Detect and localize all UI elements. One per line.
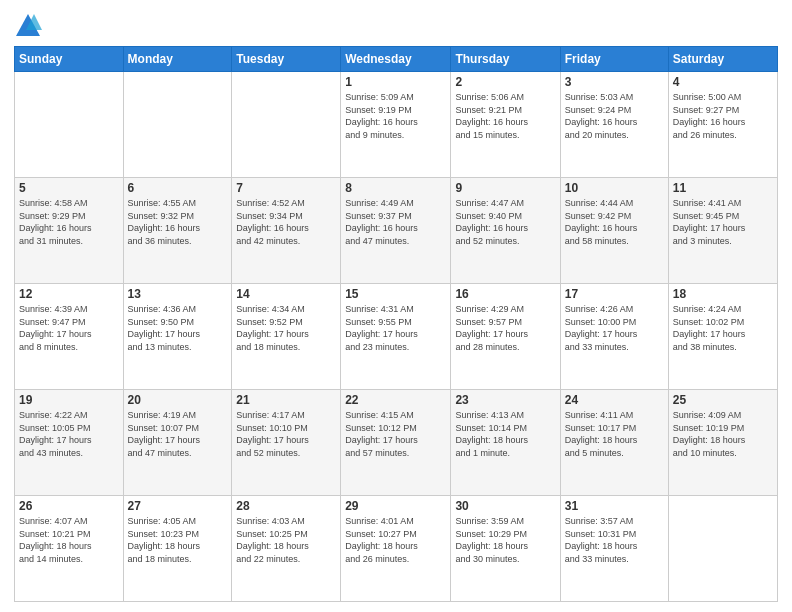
day-info: Sunrise: 4:44 AM Sunset: 9:42 PM Dayligh… bbox=[565, 197, 664, 247]
header-cell-monday: Monday bbox=[123, 47, 232, 72]
day-info: Sunrise: 4:49 AM Sunset: 9:37 PM Dayligh… bbox=[345, 197, 446, 247]
day-number: 6 bbox=[128, 181, 228, 195]
day-number: 2 bbox=[455, 75, 555, 89]
calendar-cell: 18Sunrise: 4:24 AM Sunset: 10:02 PM Dayl… bbox=[668, 284, 777, 390]
calendar-cell: 20Sunrise: 4:19 AM Sunset: 10:07 PM Dayl… bbox=[123, 390, 232, 496]
day-number: 11 bbox=[673, 181, 773, 195]
calendar-table: SundayMondayTuesdayWednesdayThursdayFrid… bbox=[14, 46, 778, 602]
day-number: 21 bbox=[236, 393, 336, 407]
day-info: Sunrise: 3:59 AM Sunset: 10:29 PM Daylig… bbox=[455, 515, 555, 565]
day-number: 18 bbox=[673, 287, 773, 301]
day-info: Sunrise: 4:55 AM Sunset: 9:32 PM Dayligh… bbox=[128, 197, 228, 247]
calendar-cell: 5Sunrise: 4:58 AM Sunset: 9:29 PM Daylig… bbox=[15, 178, 124, 284]
header-cell-saturday: Saturday bbox=[668, 47, 777, 72]
day-number: 7 bbox=[236, 181, 336, 195]
day-info: Sunrise: 4:31 AM Sunset: 9:55 PM Dayligh… bbox=[345, 303, 446, 353]
day-number: 19 bbox=[19, 393, 119, 407]
day-number: 20 bbox=[128, 393, 228, 407]
calendar-cell: 27Sunrise: 4:05 AM Sunset: 10:23 PM Dayl… bbox=[123, 496, 232, 602]
day-number: 25 bbox=[673, 393, 773, 407]
day-info: Sunrise: 4:24 AM Sunset: 10:02 PM Daylig… bbox=[673, 303, 773, 353]
calendar-cell: 24Sunrise: 4:11 AM Sunset: 10:17 PM Dayl… bbox=[560, 390, 668, 496]
calendar-cell: 3Sunrise: 5:03 AM Sunset: 9:24 PM Daylig… bbox=[560, 72, 668, 178]
calendar-cell: 21Sunrise: 4:17 AM Sunset: 10:10 PM Dayl… bbox=[232, 390, 341, 496]
day-info: Sunrise: 4:41 AM Sunset: 9:45 PM Dayligh… bbox=[673, 197, 773, 247]
day-info: Sunrise: 4:29 AM Sunset: 9:57 PM Dayligh… bbox=[455, 303, 555, 353]
calendar-cell: 28Sunrise: 4:03 AM Sunset: 10:25 PM Dayl… bbox=[232, 496, 341, 602]
day-info: Sunrise: 4:05 AM Sunset: 10:23 PM Daylig… bbox=[128, 515, 228, 565]
calendar-cell: 4Sunrise: 5:00 AM Sunset: 9:27 PM Daylig… bbox=[668, 72, 777, 178]
day-number: 12 bbox=[19, 287, 119, 301]
day-number: 4 bbox=[673, 75, 773, 89]
week-row-3: 19Sunrise: 4:22 AM Sunset: 10:05 PM Dayl… bbox=[15, 390, 778, 496]
day-info: Sunrise: 4:34 AM Sunset: 9:52 PM Dayligh… bbox=[236, 303, 336, 353]
day-info: Sunrise: 4:47 AM Sunset: 9:40 PM Dayligh… bbox=[455, 197, 555, 247]
day-number: 22 bbox=[345, 393, 446, 407]
week-row-0: 1Sunrise: 5:09 AM Sunset: 9:19 PM Daylig… bbox=[15, 72, 778, 178]
day-info: Sunrise: 4:07 AM Sunset: 10:21 PM Daylig… bbox=[19, 515, 119, 565]
day-number: 9 bbox=[455, 181, 555, 195]
calendar-cell: 14Sunrise: 4:34 AM Sunset: 9:52 PM Dayli… bbox=[232, 284, 341, 390]
day-info: Sunrise: 4:52 AM Sunset: 9:34 PM Dayligh… bbox=[236, 197, 336, 247]
calendar-cell: 30Sunrise: 3:59 AM Sunset: 10:29 PM Dayl… bbox=[451, 496, 560, 602]
day-number: 5 bbox=[19, 181, 119, 195]
calendar-cell bbox=[123, 72, 232, 178]
day-info: Sunrise: 4:01 AM Sunset: 10:27 PM Daylig… bbox=[345, 515, 446, 565]
header-row: SundayMondayTuesdayWednesdayThursdayFrid… bbox=[15, 47, 778, 72]
day-number: 14 bbox=[236, 287, 336, 301]
day-info: Sunrise: 4:26 AM Sunset: 10:00 PM Daylig… bbox=[565, 303, 664, 353]
calendar-cell: 17Sunrise: 4:26 AM Sunset: 10:00 PM Dayl… bbox=[560, 284, 668, 390]
calendar-cell: 11Sunrise: 4:41 AM Sunset: 9:45 PM Dayli… bbox=[668, 178, 777, 284]
calendar-cell: 23Sunrise: 4:13 AM Sunset: 10:14 PM Dayl… bbox=[451, 390, 560, 496]
header-cell-tuesday: Tuesday bbox=[232, 47, 341, 72]
calendar-cell: 31Sunrise: 3:57 AM Sunset: 10:31 PM Dayl… bbox=[560, 496, 668, 602]
calendar-cell bbox=[15, 72, 124, 178]
day-info: Sunrise: 5:03 AM Sunset: 9:24 PM Dayligh… bbox=[565, 91, 664, 141]
calendar-cell: 9Sunrise: 4:47 AM Sunset: 9:40 PM Daylig… bbox=[451, 178, 560, 284]
day-number: 23 bbox=[455, 393, 555, 407]
day-info: Sunrise: 5:09 AM Sunset: 9:19 PM Dayligh… bbox=[345, 91, 446, 141]
calendar-cell: 22Sunrise: 4:15 AM Sunset: 10:12 PM Dayl… bbox=[341, 390, 451, 496]
header-cell-thursday: Thursday bbox=[451, 47, 560, 72]
day-number: 28 bbox=[236, 499, 336, 513]
calendar-cell: 2Sunrise: 5:06 AM Sunset: 9:21 PM Daylig… bbox=[451, 72, 560, 178]
day-number: 27 bbox=[128, 499, 228, 513]
day-info: Sunrise: 4:22 AM Sunset: 10:05 PM Daylig… bbox=[19, 409, 119, 459]
calendar-cell: 15Sunrise: 4:31 AM Sunset: 9:55 PM Dayli… bbox=[341, 284, 451, 390]
day-info: Sunrise: 4:58 AM Sunset: 9:29 PM Dayligh… bbox=[19, 197, 119, 247]
calendar-cell: 19Sunrise: 4:22 AM Sunset: 10:05 PM Dayl… bbox=[15, 390, 124, 496]
day-number: 15 bbox=[345, 287, 446, 301]
calendar-cell: 12Sunrise: 4:39 AM Sunset: 9:47 PM Dayli… bbox=[15, 284, 124, 390]
header-cell-friday: Friday bbox=[560, 47, 668, 72]
day-info: Sunrise: 5:06 AM Sunset: 9:21 PM Dayligh… bbox=[455, 91, 555, 141]
day-info: Sunrise: 4:39 AM Sunset: 9:47 PM Dayligh… bbox=[19, 303, 119, 353]
day-number: 10 bbox=[565, 181, 664, 195]
day-number: 29 bbox=[345, 499, 446, 513]
calendar-cell bbox=[668, 496, 777, 602]
calendar-cell: 8Sunrise: 4:49 AM Sunset: 9:37 PM Daylig… bbox=[341, 178, 451, 284]
page: SundayMondayTuesdayWednesdayThursdayFrid… bbox=[0, 0, 792, 612]
calendar-cell: 25Sunrise: 4:09 AM Sunset: 10:19 PM Dayl… bbox=[668, 390, 777, 496]
day-number: 8 bbox=[345, 181, 446, 195]
day-info: Sunrise: 4:11 AM Sunset: 10:17 PM Daylig… bbox=[565, 409, 664, 459]
logo-icon bbox=[14, 12, 42, 40]
day-number: 24 bbox=[565, 393, 664, 407]
header bbox=[14, 10, 778, 40]
header-cell-sunday: Sunday bbox=[15, 47, 124, 72]
calendar-cell bbox=[232, 72, 341, 178]
calendar-cell: 26Sunrise: 4:07 AM Sunset: 10:21 PM Dayl… bbox=[15, 496, 124, 602]
day-number: 17 bbox=[565, 287, 664, 301]
day-info: Sunrise: 3:57 AM Sunset: 10:31 PM Daylig… bbox=[565, 515, 664, 565]
calendar-header: SundayMondayTuesdayWednesdayThursdayFrid… bbox=[15, 47, 778, 72]
header-cell-wednesday: Wednesday bbox=[341, 47, 451, 72]
day-number: 3 bbox=[565, 75, 664, 89]
day-number: 13 bbox=[128, 287, 228, 301]
day-info: Sunrise: 4:03 AM Sunset: 10:25 PM Daylig… bbox=[236, 515, 336, 565]
day-number: 31 bbox=[565, 499, 664, 513]
calendar-body: 1Sunrise: 5:09 AM Sunset: 9:19 PM Daylig… bbox=[15, 72, 778, 602]
day-info: Sunrise: 4:15 AM Sunset: 10:12 PM Daylig… bbox=[345, 409, 446, 459]
logo bbox=[14, 12, 46, 40]
day-info: Sunrise: 4:36 AM Sunset: 9:50 PM Dayligh… bbox=[128, 303, 228, 353]
week-row-2: 12Sunrise: 4:39 AM Sunset: 9:47 PM Dayli… bbox=[15, 284, 778, 390]
calendar-cell: 13Sunrise: 4:36 AM Sunset: 9:50 PM Dayli… bbox=[123, 284, 232, 390]
